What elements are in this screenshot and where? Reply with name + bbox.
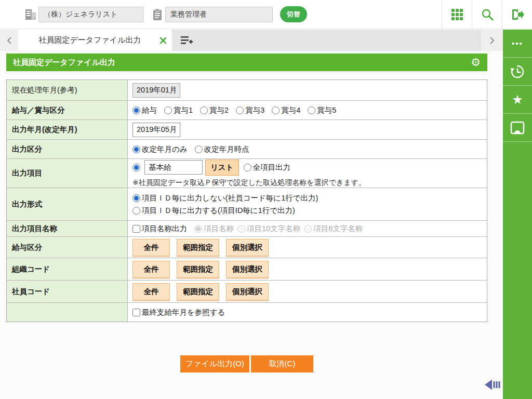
org-individual-button[interactable]: 個別選択 — [226, 261, 269, 278]
row-label: 現在処理年月(参考) — [7, 80, 128, 100]
radio-item-name-10: 項目10文字名称 — [237, 224, 300, 234]
radio-label: 項目ＩＤ毎に出力しない(社員コード毎に1行で出力) — [142, 193, 318, 203]
row-label: 出力区分 — [7, 140, 128, 158]
add-tab-icon — [180, 35, 193, 46]
radio-format-per-employee[interactable]: 項目ＩＤ毎に出力しない(社員コード毎に1行で出力) — [132, 193, 318, 203]
radio-label: 項目ＩＤ毎に出力する(項目ID毎に1行で出力) — [142, 206, 295, 216]
tab-scroll-right-button[interactable] — [481, 30, 503, 51]
row-label: 出力項目名称 — [7, 221, 128, 236]
apps-grid-button[interactable] — [442, 0, 472, 29]
emp-individual-button[interactable]: 個別選択 — [226, 283, 269, 300]
main-content: 社員固定データファイル出力 ⚙ 現在処理年月(参考) 給与／賞与区分 給与 賞与… — [0, 51, 503, 399]
checkbox-label: 項目名称出力 — [142, 224, 187, 234]
radio-bonus3[interactable]: 賞与3 — [236, 105, 264, 115]
checkbox-refer-last-pay-ym[interactable]: 最終支給年月を参照する — [132, 308, 225, 317]
radio-label: 給与 — [142, 105, 157, 115]
chevron-left-icon — [7, 36, 12, 45]
radio-label: 賞与1 — [174, 105, 193, 115]
radio-revision-month-only[interactable]: 改定年月のみ — [132, 144, 188, 154]
current-ym-field[interactable] — [132, 83, 180, 98]
row-salary-kubun: 給与区分 全件 範囲指定 個別選択 — [7, 237, 487, 258]
role-input[interactable] — [165, 7, 273, 22]
company-input[interactable] — [38, 7, 143, 22]
row-label: 社員コード — [7, 281, 128, 302]
radio-pay[interactable]: 給与 — [132, 105, 157, 115]
emp-range-button[interactable]: 範囲指定 — [177, 283, 219, 300]
right-sidebar: ••• ★ — [503, 30, 532, 399]
radio-label: 賞与3 — [245, 105, 264, 115]
more-menu-button[interactable]: ••• — [503, 30, 532, 58]
tray-icon — [510, 121, 525, 135]
radio-label: 全項目出力 — [253, 163, 291, 172]
radio-format-per-item[interactable]: 項目ＩＤ毎に出力する(項目ID毎に1行で出力) — [132, 206, 295, 216]
radio-item-name-6: 項目6文字名称 — [304, 224, 363, 234]
radio-label: 改定年月のみ — [142, 144, 188, 154]
favorites-button[interactable]: ★ — [503, 86, 532, 114]
radio-bonus5[interactable]: 賞与5 — [308, 105, 336, 115]
radio-all-items[interactable]: 全項目出力 — [244, 163, 291, 172]
row-label: 出力項目 — [7, 159, 128, 188]
radio-label: 項目6文字名称 — [313, 224, 363, 234]
collapse-panel-handle[interactable] — [485, 378, 501, 393]
search-icon — [481, 8, 494, 21]
row-label: 出力年月(改定年月) — [7, 120, 128, 139]
list-button[interactable]: リスト — [205, 159, 239, 176]
page-title: 社員固定データファイル出力 — [13, 58, 115, 68]
settings-gear-icon[interactable]: ⚙ — [471, 57, 481, 68]
output-item-field[interactable] — [144, 160, 203, 175]
radio-label: 項目名称 — [204, 224, 234, 234]
app-header: 切替 — [0, 0, 532, 29]
row-label: 組織コード — [7, 258, 128, 280]
tab-employee-fixed-data-output[interactable]: 社員固定データファイル出力 — [18, 30, 172, 51]
tab-scroll-left-button[interactable] — [0, 30, 18, 51]
row-current-processing-ym: 現在処理年月(参考) — [7, 80, 487, 101]
radio-bonus4[interactable]: 賞与4 — [272, 105, 300, 115]
role-icon — [153, 8, 162, 23]
page-title-bar: 社員固定データファイル出力 ⚙ — [6, 54, 487, 71]
logout-button[interactable] — [502, 0, 532, 29]
form-table: 現在処理年月(参考) 給与／賞与区分 給与 賞与1 賞与2 賞与3 賞与4 賞与… — [6, 79, 487, 322]
tab-label: 社員固定データファイル出力 — [18, 35, 154, 45]
row-pay-bonus-kind: 給与／賞与区分 給与 賞与1 賞与2 賞与3 賞与4 賞与5 — [7, 101, 487, 120]
search-button[interactable] — [472, 0, 502, 29]
row-label: 給与区分 — [7, 237, 128, 258]
radio-selected-item[interactable] — [132, 164, 140, 171]
salary-range-button[interactable]: 範囲指定 — [177, 239, 219, 256]
row-label-empty — [7, 303, 128, 322]
logout-icon — [511, 8, 524, 21]
emp-all-button[interactable]: 全件 — [132, 283, 170, 300]
radio-bonus1[interactable]: 賞与1 — [164, 105, 193, 115]
salary-all-button[interactable]: 全件 — [132, 239, 170, 256]
more-icon: ••• — [512, 39, 523, 48]
collapse-arrow-icon — [485, 378, 501, 391]
company-icon — [25, 8, 36, 23]
salary-individual-button[interactable]: 個別選択 — [226, 239, 269, 256]
row-emp-code: 社員コード 全件 範囲指定 個別選択 — [7, 281, 487, 303]
tab-close-button[interactable] — [154, 37, 172, 44]
row-output-kubun: 出力区分 改定年月のみ 改定年月時点 — [7, 140, 487, 159]
checkbox-label: 最終支給年月を参照する — [142, 308, 225, 317]
history-button[interactable] — [503, 58, 532, 86]
org-range-button[interactable]: 範囲指定 — [177, 261, 219, 278]
row-label: 給与／賞与区分 — [7, 101, 128, 119]
org-all-button[interactable]: 全件 — [132, 261, 170, 278]
row-label: 出力形式 — [7, 188, 128, 220]
cancel-button[interactable]: 取消(C) — [251, 355, 313, 373]
row-last-pay-ym: 最終支給年月を参照する — [7, 303, 487, 322]
radio-label: 改定年月時点 — [204, 144, 249, 154]
radio-revision-month-asof[interactable]: 改定年月時点 — [195, 144, 249, 154]
output-item-note: ※社員固定データ取込Ｐ保守で設定した取込処理名称を選択できます。 — [132, 178, 366, 188]
row-org-code: 組織コード 全件 範囲指定 個別選択 — [7, 258, 487, 281]
add-tab-button[interactable] — [176, 30, 197, 51]
radio-label: 賞与4 — [281, 105, 300, 115]
checkbox-item-name-output[interactable]: 項目名称出力 — [132, 224, 187, 234]
stock-tray-button[interactable] — [503, 114, 532, 142]
row-item-name: 出力項目名称 項目名称出力 項目名称 項目10文字名称 項目6文字名称 — [7, 221, 487, 237]
row-output-format: 出力形式 項目ＩＤ毎に出力しない(社員コード毎に1行で出力) 項目ＩＤ毎に出力す… — [7, 188, 487, 221]
switch-button[interactable]: 切替 — [280, 6, 307, 22]
star-icon: ★ — [512, 94, 523, 106]
row-output-ym: 出力年月(改定年月) — [7, 120, 487, 140]
radio-bonus2[interactable]: 賞与2 — [200, 105, 229, 115]
file-output-button[interactable]: ファイル出力(O) — [180, 355, 249, 373]
output-ym-field[interactable] — [132, 123, 180, 137]
